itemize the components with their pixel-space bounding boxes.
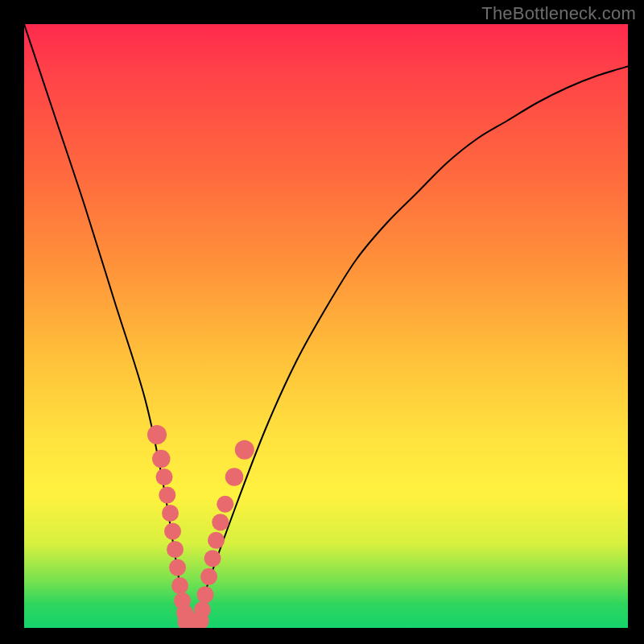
data-marker [164,523,181,540]
data-marker [156,469,173,485]
bottleneck-curve [24,24,628,628]
data-marker [167,541,184,558]
data-marker [194,601,211,618]
data-marker [204,550,221,567]
data-marker [169,559,186,576]
data-marker [225,468,244,486]
data-marker [200,568,217,585]
chart-svg [24,24,628,628]
data-marker [235,440,254,460]
data-marker [147,425,167,444]
data-marker [159,487,175,504]
data-markers-group [147,425,254,628]
data-marker [208,532,225,549]
data-marker [212,514,229,530]
data-marker [197,586,214,603]
data-marker [152,450,171,469]
watermark-text: TheBottleneck.com [481,3,636,24]
data-marker [162,505,179,522]
chart-stage: TheBottleneck.com [0,0,644,644]
data-marker [171,577,188,594]
data-marker [217,496,233,513]
